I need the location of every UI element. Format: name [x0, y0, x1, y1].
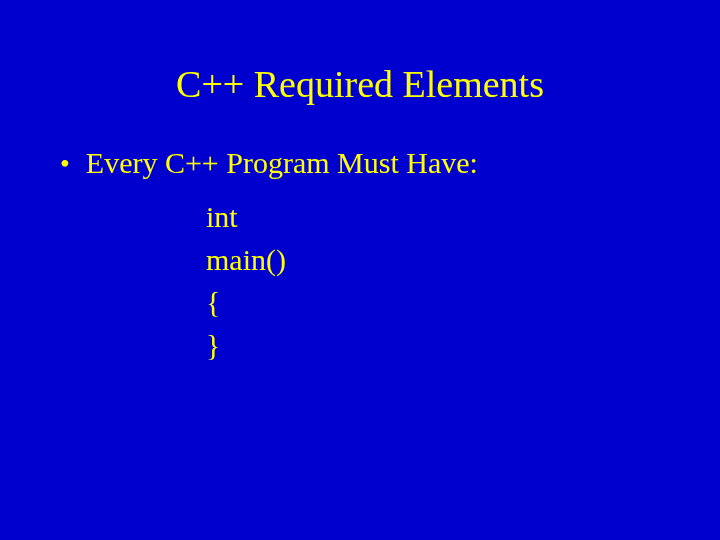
bullet-text: Every C++ Program Must Have: [86, 146, 478, 180]
code-line-close-brace: } [206, 324, 720, 367]
bullet-marker-icon: • [60, 150, 70, 178]
code-line-main: main() [206, 239, 720, 282]
bullet-item: • Every C++ Program Must Have: [0, 146, 720, 180]
code-block: int main() { } [0, 196, 720, 366]
slide-container: C++ Required Elements • Every C++ Progra… [0, 0, 720, 540]
code-line-open-brace: { [206, 281, 720, 324]
slide-title: C++ Required Elements [0, 0, 720, 146]
code-line-int: int [206, 196, 720, 239]
